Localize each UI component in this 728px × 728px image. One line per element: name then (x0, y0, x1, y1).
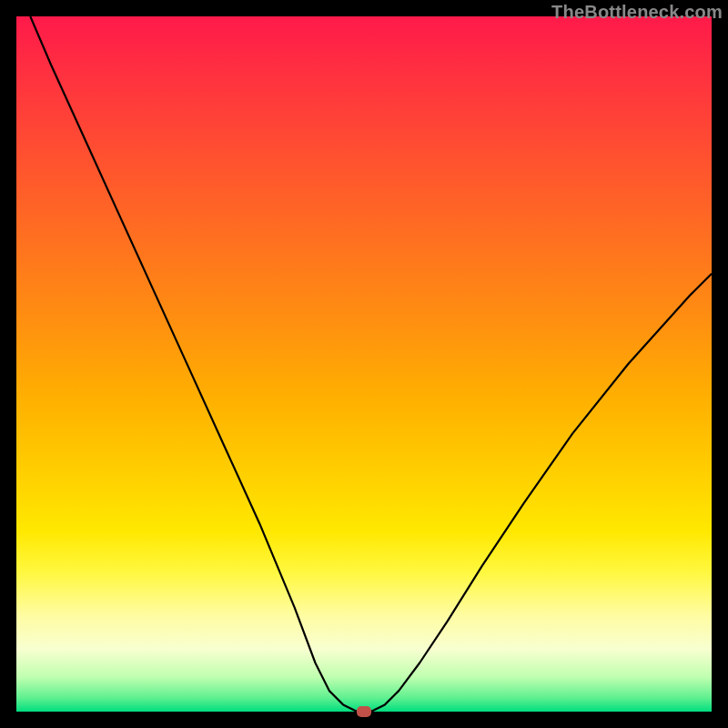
plot-area (16, 16, 712, 712)
chart-container: TheBottleneck.com (0, 0, 728, 728)
watermark-text: TheBottleneck.com (551, 2, 723, 23)
optimal-point-marker (357, 706, 371, 717)
bottleneck-curve (16, 16, 712, 712)
